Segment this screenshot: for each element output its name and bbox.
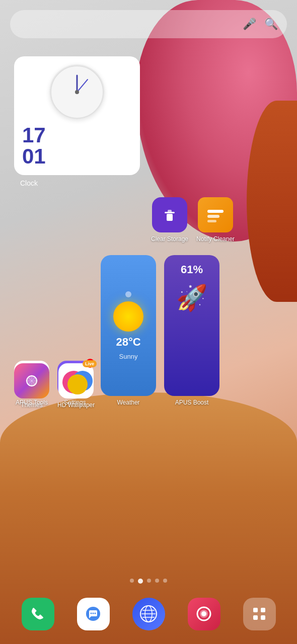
clear-storage-label: Clear Storage bbox=[151, 235, 188, 243]
weather-label: Weather bbox=[117, 399, 139, 406]
weather-sun bbox=[113, 301, 143, 332]
page-dot-1[interactable] bbox=[130, 579, 134, 583]
app-apus-boost[interactable]: 61% 🚀 APUS Boost bbox=[164, 255, 219, 406]
dock-apps-grid[interactable] bbox=[243, 598, 276, 630]
page-dot-2[interactable] bbox=[138, 579, 143, 584]
hd-wallpaper-label: HD Wallpaper bbox=[57, 401, 95, 409]
camera-icon bbox=[195, 605, 212, 622]
dock bbox=[0, 594, 297, 644]
clear-storage-icon bbox=[152, 197, 187, 232]
app-themes[interactable]: Themes bbox=[14, 363, 49, 409]
page-dot-3[interactable] bbox=[147, 579, 151, 583]
browser-icon bbox=[139, 605, 158, 623]
weather-desc: Sunny bbox=[119, 353, 138, 360]
svg-point-28 bbox=[201, 611, 206, 616]
svg-rect-32 bbox=[261, 615, 265, 620]
svg-rect-9 bbox=[207, 220, 216, 222]
app-weather[interactable]: 28°C Sunny Weather bbox=[101, 255, 156, 406]
themes-label: Themes bbox=[21, 401, 42, 409]
phone-icon bbox=[30, 606, 46, 622]
dock-messages[interactable] bbox=[77, 598, 110, 630]
weather-temp: 28°C bbox=[116, 336, 140, 349]
live-badge: Live bbox=[83, 360, 97, 367]
notify-cleaner-label: Notify Cleaner bbox=[196, 235, 235, 243]
clock-minute: 01 bbox=[22, 146, 46, 167]
weather-widget: 28°C Sunny bbox=[101, 255, 156, 396]
svg-rect-8 bbox=[207, 215, 219, 218]
clock-label: Clock bbox=[20, 179, 38, 187]
clock-face bbox=[49, 64, 105, 120]
search-icon[interactable]: 🔍 bbox=[264, 18, 278, 31]
boost-rocket-icon: 🚀 bbox=[176, 285, 207, 310]
clock-widget[interactable]: 17 01 bbox=[14, 56, 140, 175]
page-dot-5[interactable] bbox=[163, 579, 167, 583]
dock-camera[interactable] bbox=[188, 598, 220, 630]
themes-icon bbox=[14, 363, 49, 398]
svg-rect-6 bbox=[168, 210, 172, 212]
app-clear-storage[interactable]: Clear Storage bbox=[151, 197, 188, 243]
svg-rect-7 bbox=[207, 210, 224, 213]
boost-label: APUS Boost bbox=[175, 399, 209, 406]
boost-percent: 61% bbox=[181, 263, 203, 276]
apps-section: Clear Storage Notify Cleaner bbox=[0, 187, 297, 579]
svg-rect-31 bbox=[253, 615, 258, 620]
apps-grid-icon bbox=[251, 605, 268, 622]
dock-phone[interactable] bbox=[22, 598, 54, 630]
svg-point-20 bbox=[95, 613, 96, 614]
app-row-3: Themes Live HD Wallpaper bbox=[14, 363, 95, 409]
app-notify-cleaner[interactable]: Notify Cleaner bbox=[196, 197, 235, 243]
weather-cloud-dot bbox=[125, 291, 131, 297]
app-hd-wallpaper[interactable]: Live HD Wallpaper bbox=[57, 363, 95, 409]
search-bar[interactable]: 🎤 🔍 bbox=[10, 10, 287, 38]
hd-wallpaper-icon: Live bbox=[58, 363, 94, 398]
notify-cleaner-icon bbox=[198, 197, 233, 232]
boost-widget: 61% 🚀 bbox=[164, 255, 219, 396]
svg-rect-30 bbox=[261, 608, 265, 612]
dock-browser[interactable] bbox=[132, 598, 165, 630]
app-row-1: Clear Storage Notify Cleaner bbox=[151, 197, 235, 243]
svg-point-3 bbox=[75, 90, 79, 94]
page-dot-4[interactable] bbox=[155, 579, 159, 583]
clock-hour: 17 bbox=[22, 125, 46, 146]
svg-point-18 bbox=[91, 613, 92, 614]
messages-icon bbox=[84, 605, 102, 623]
clock-numbers: 17 01 bbox=[22, 125, 46, 167]
mic-icon[interactable]: 🎤 bbox=[243, 18, 256, 31]
page-dots bbox=[0, 579, 297, 584]
svg-rect-5 bbox=[167, 214, 173, 221]
svg-rect-29 bbox=[253, 608, 258, 612]
svg-point-19 bbox=[93, 613, 94, 614]
